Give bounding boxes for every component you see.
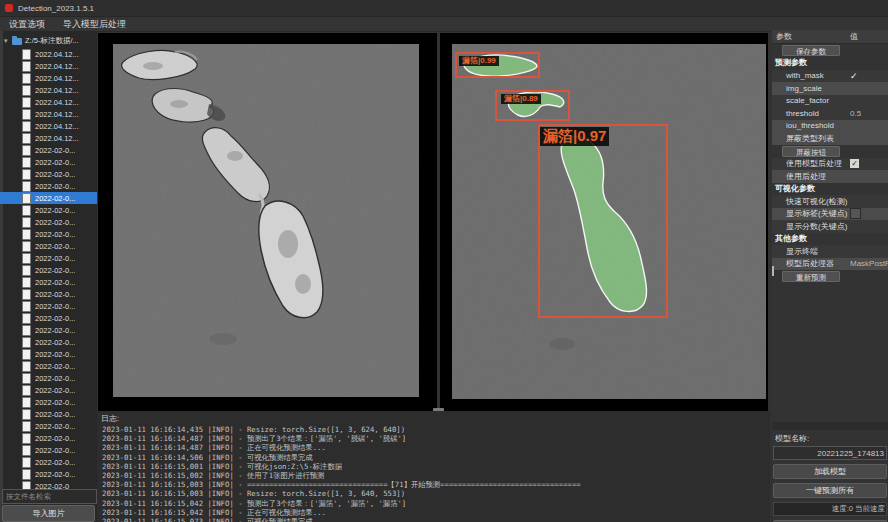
tree-item-label: 2022.04.12... [35, 86, 79, 95]
param-row[interactable]: iou_threshold [772, 120, 888, 133]
log-line: 2023-01-11 16:16:15,003 |INFO| - Resize:… [102, 489, 770, 498]
tree-item[interactable]: 2022-02-0... [0, 228, 97, 240]
tree-item[interactable]: 2022-02-0... [0, 432, 97, 444]
tree-item[interactable]: 2022-02-0... [0, 456, 97, 468]
tree-item[interactable]: 2022-02-0... [0, 360, 97, 372]
model-name-label: 模型名称: [772, 430, 888, 446]
tree-item[interactable]: 2022-02-0... [0, 372, 97, 384]
tree-item[interactable]: 2022-02-0... [0, 348, 97, 360]
param-row[interactable]: 屏蔽类型列表 [772, 132, 888, 145]
tree-item[interactable]: 2022-02-0... [0, 168, 97, 180]
tree-item[interactable]: 2022-02-0... [0, 336, 97, 348]
tree-item[interactable]: 2022-02-0... [0, 276, 97, 288]
tree-item[interactable]: 2022.04.12... [0, 96, 97, 108]
tree-item[interactable]: 2022-02-0... [0, 324, 97, 336]
import-image-button[interactable]: 导入图片 [2, 505, 95, 522]
checkbox-unchecked[interactable] [850, 208, 861, 219]
param-button[interactable]: 保存参数 [782, 45, 840, 56]
tree-item[interactable]: 2022.04.12... [0, 84, 97, 96]
load-model-button[interactable]: 加载模型 [773, 464, 887, 479]
file-icon [22, 109, 31, 120]
param-row[interactable]: 快速可视化(检测) [772, 195, 888, 208]
model-name-field[interactable]: 20221225_174813 [773, 446, 887, 460]
tree-item[interactable]: 2022-02-0... [0, 468, 97, 480]
tree-item[interactable]: 2022-02-0... [0, 144, 97, 156]
param-row[interactable]: scale_factor [772, 95, 888, 108]
param-button-row: 屏蔽按钮 [772, 145, 888, 158]
param-row[interactable]: threshold0.5 [772, 107, 888, 120]
param-row[interactable]: 使用模型后处理✓ [772, 158, 888, 171]
param-row[interactable]: 使用后处理 [772, 170, 888, 183]
param-label: 使用后处理 [772, 171, 850, 182]
tree-item[interactable]: 2022.04.12... [0, 132, 97, 144]
tree-item-label: 2022-02-0... [35, 170, 75, 179]
tree-item[interactable]: 2022.04.12... [0, 48, 97, 60]
tree-item-label: 2022-02-0... [35, 302, 75, 311]
tree-item[interactable]: 2022-02-0... [0, 252, 97, 264]
tree-item[interactable]: 2022-02-0... [0, 384, 97, 396]
param-row[interactable]: 显示标签(关键点) [772, 208, 888, 221]
file-icon [22, 181, 31, 192]
tree-item-label: 2022-02-0... [35, 458, 75, 467]
defect-image-graphic [113, 44, 419, 397]
tree-item[interactable]: 2022.04.12... [0, 60, 97, 72]
tree-item[interactable]: 2022-02-0... [0, 264, 97, 276]
tree-item-label: 2022-02-0... [35, 206, 75, 215]
param-row[interactable]: img_scale [772, 82, 888, 95]
tree-item[interactable]: 2022-02-0... [0, 204, 97, 216]
tree-item[interactable]: 2022.04.12... [0, 72, 97, 84]
search-input[interactable] [2, 489, 97, 504]
tree-item[interactable]: 2022-02-0... [0, 240, 97, 252]
param-button[interactable]: 重新预测 [782, 271, 840, 282]
detection-label: 漏箔|0.99 [459, 56, 499, 66]
file-icon [22, 325, 31, 336]
log-line: 2023-01-11 16:16:14,487 |INFO| - 预测出了3个结… [102, 434, 770, 443]
param-row[interactable]: 显示分数(关键点) [772, 220, 888, 233]
tree-item[interactable]: 2022.04.12... [0, 108, 97, 120]
tree-item[interactable]: 2022-02-0... [0, 408, 97, 420]
predict-all-button[interactable]: 一键预测所有 [773, 483, 887, 498]
tree-item[interactable]: 2022-02-0... [0, 444, 97, 456]
file-icon [22, 241, 31, 252]
tree-root-folder[interactable]: ▾ Z:/5-标注数据/... [4, 35, 79, 47]
column-param: 参数 [772, 31, 850, 42]
param-row[interactable]: 模型后处理器MaskPostPro [772, 258, 888, 271]
tree-item[interactable]: 2022-02-0... [0, 420, 97, 432]
app-logo-icon [5, 4, 13, 12]
caret-down-icon[interactable]: ▾ [4, 37, 12, 45]
param-value: 0.5 [850, 109, 861, 118]
detection-box: 漏箔|0.99 [455, 52, 540, 78]
tree-item[interactable]: 2022-02-0... [0, 156, 97, 168]
param-button-row: 保存参数 [772, 44, 888, 57]
file-icon [22, 433, 31, 444]
file-icon [22, 457, 31, 468]
tree-item[interactable]: 2022-02-0... [0, 216, 97, 228]
param-section-header: 可视化参数 [772, 183, 888, 196]
tree-item[interactable]: 2022.04.12... [0, 120, 97, 132]
param-row[interactable]: 显示终端 [772, 245, 888, 258]
tree-item[interactable]: 2022-02-0... [0, 300, 97, 312]
tree-item[interactable]: 2022-02-0... [0, 396, 97, 408]
tree-item[interactable]: 2022-02-0... [0, 180, 97, 192]
menu-settings[interactable]: 设置选项 [0, 17, 54, 31]
file-icon [22, 421, 31, 432]
tree-item-label: 2022-02-0... [35, 146, 75, 155]
tree-item[interactable]: 2022-02-0... [0, 192, 97, 204]
tree-item[interactable]: 2022-02-0... [0, 288, 97, 300]
params-scrollbar[interactable] [772, 266, 774, 276]
param-row[interactable]: with_mask✓ [772, 70, 888, 83]
param-label: with_mask [772, 71, 850, 80]
checkbox-checked[interactable]: ✓ [850, 159, 859, 168]
tree-item-label: 2022-02-0... [35, 254, 75, 263]
file-icon [22, 373, 31, 384]
menu-import-postprocess[interactable]: 导入模型后处理 [54, 17, 135, 31]
menu-bar: 设置选项 导入模型后处理 [0, 17, 888, 32]
prediction-image-pane[interactable]: 漏箔|0.99漏箔|0.89漏箔|0.97 [440, 33, 768, 411]
tree-item-label: 2022-02-0... [35, 218, 75, 227]
param-button[interactable]: 屏蔽按钮 [782, 146, 840, 157]
tree-item-label: 2022-02-0... [35, 470, 75, 479]
tree-item-label: 2022-02-0... [35, 182, 75, 191]
params-table-header: 参数 值 [772, 30, 888, 44]
tree-item[interactable]: 2022-02-0... [0, 312, 97, 324]
original-image-pane[interactable] [98, 33, 437, 411]
